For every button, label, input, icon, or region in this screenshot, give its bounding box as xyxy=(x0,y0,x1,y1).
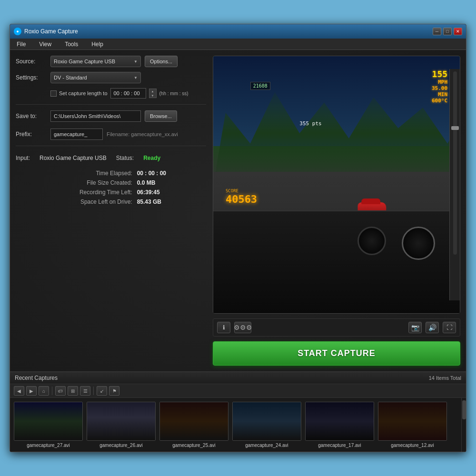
start-capture-button[interactable]: START CAPTURE xyxy=(213,341,460,366)
main-window: ● Roxio Game Capture ─ □ ✕ File View Too… xyxy=(10,24,466,452)
save-to-row: Save to: Browse... xyxy=(16,110,206,122)
thumbnail-item-3[interactable]: gamecapture_24.avi xyxy=(232,402,301,448)
title-bar-controls: ─ □ ✕ xyxy=(433,28,462,35)
thumbnail-label-1: gamecapture_26.avi xyxy=(99,443,143,448)
screenshot-button[interactable]: 📷 xyxy=(408,322,422,333)
menu-file[interactable]: File xyxy=(14,40,29,49)
time-elapsed-value: 00 : 00 : 00 xyxy=(137,170,206,177)
settings-dropdown-arrow: ▼ xyxy=(134,76,138,80)
divider-1 xyxy=(16,104,206,105)
action-button[interactable]: ⚑ xyxy=(109,386,119,396)
menu-tools[interactable]: Tools xyxy=(62,40,81,49)
hud-pts: 355 pts xyxy=(299,120,321,127)
thumbnail-image-4 xyxy=(305,402,374,441)
file-size-value: 0.0 MB xyxy=(137,179,206,186)
menu-help[interactable]: Help xyxy=(89,40,106,49)
filename-hint: Filename: gamecapture_xx.avi xyxy=(107,131,178,137)
divider-2 xyxy=(16,146,206,146)
thumb-scene-3 xyxy=(160,402,228,440)
save-path-input[interactable] xyxy=(50,110,141,122)
fullscreen-button[interactable]: ⛶ xyxy=(443,322,456,333)
score-value: 40563 xyxy=(226,193,257,205)
toolbar-separator-1 xyxy=(52,387,52,395)
preview-game: 155 MPH 35.00 MIN 600°C 21608 355 pts SC… xyxy=(213,56,460,313)
thumb-scene-6 xyxy=(378,402,446,440)
thumbnails-row: gamecapture_27.avi gamecapture_26.avi ga… xyxy=(10,398,461,452)
app-icon: ● xyxy=(14,28,21,35)
hud-temp-unit: MIN xyxy=(432,91,447,98)
thumbnail-label-3: gamecapture_24.avi xyxy=(245,443,288,448)
settings-dropdown[interactable]: DV - Standard ▼ xyxy=(50,72,141,83)
thumbnail-item-2[interactable]: gamecapture_25.avi xyxy=(159,402,228,448)
thumbnail-label-5: gamecapture_12.avi xyxy=(391,443,434,448)
preview-controls-bar: ℹ ⚙⚙⚙ 📷 🔊 ⛶ xyxy=(213,318,460,337)
capture-length-checkbox[interactable] xyxy=(50,90,57,97)
nav-back-button[interactable]: ◀ xyxy=(14,386,24,396)
thumbnail-item-4[interactable]: gamecapture_17.avi xyxy=(305,402,374,448)
vertical-scrollbar[interactable] xyxy=(461,398,466,452)
thumbnail-image-3 xyxy=(232,402,301,441)
preview-container: 155 MPH 35.00 MIN 600°C 21608 355 pts SC… xyxy=(213,56,460,314)
close-button[interactable]: ✕ xyxy=(454,28,462,35)
hud-speed: 155 xyxy=(432,69,447,79)
thumb-scene-2 xyxy=(87,402,155,440)
volume-slider[interactable] xyxy=(449,69,460,300)
browse-button[interactable]: Browse... xyxy=(145,110,177,122)
bottom-panel: Recent Captures 14 Items Total ◀ ▶ ⌂ 🏷 ⊞… xyxy=(10,371,466,452)
space-left-value: 85.43 GB xyxy=(137,198,206,205)
thumbnail-item-0[interactable]: gamecapture_27.avi xyxy=(14,402,83,448)
thumbnail-label-0: gamecapture_27.avi xyxy=(27,443,70,448)
captures-toolbar: ◀ ▶ ⌂ 🏷 ⊞ ☰ ↙ ⚑ xyxy=(10,384,466,398)
dashboard xyxy=(213,210,460,313)
capture-time-input[interactable]: 00 : 00 : 00 xyxy=(110,88,146,99)
toolbar-separator-2 xyxy=(93,387,94,395)
tag-button[interactable]: 🏷 xyxy=(55,386,66,396)
thumbnails-wrapper: gamecapture_27.avi gamecapture_26.avi ga… xyxy=(10,398,461,452)
recording-time-label: Recording Time Left: xyxy=(40,189,132,196)
source-dropdown-arrow: ▼ xyxy=(134,60,138,64)
input-status-row: Input: Roxio Game Capture USB Status: Re… xyxy=(16,155,206,161)
minimize-button[interactable]: ─ xyxy=(433,28,441,35)
space-left-label: Space Left on Drive: xyxy=(40,198,132,205)
thumbnails-area: gamecapture_27.avi gamecapture_26.avi ga… xyxy=(10,398,466,452)
restore-button[interactable]: □ xyxy=(443,28,452,35)
score-label: SCORE xyxy=(226,188,257,193)
info-button[interactable]: ℹ xyxy=(217,322,230,333)
import-button[interactable]: ↙ xyxy=(97,386,107,396)
list-view-button[interactable]: ☰ xyxy=(80,386,90,396)
thumbnail-item-1[interactable]: gamecapture_26.avi xyxy=(87,402,156,448)
hud-overlay: 155 MPH 35.00 MIN 600°C xyxy=(432,69,447,104)
recent-captures-title: Recent Captures xyxy=(15,375,58,381)
thumbnail-label-2: gamecapture_25.avi xyxy=(172,443,216,448)
prefix-row: Prefix: Filename: gamecapture_xx.avi xyxy=(16,129,206,140)
scrollbar-thumb[interactable] xyxy=(462,400,466,419)
main-content: Source: Roxio Game Capture USB ▼ Options… xyxy=(10,50,466,371)
window-title: Roxio Game Capture xyxy=(24,28,433,35)
thumbnail-item-5[interactable]: gamecapture_12.avi xyxy=(378,402,447,448)
menu-view[interactable]: View xyxy=(36,40,54,49)
spin-up[interactable]: ▲ xyxy=(149,89,156,93)
nav-forward-button[interactable]: ▶ xyxy=(26,386,37,396)
hud-score: SCORE 40563 xyxy=(226,188,257,205)
settings-control-button[interactable]: ⚙⚙⚙ xyxy=(234,322,251,333)
options-button[interactable]: Options... xyxy=(145,56,178,67)
source-dropdown[interactable]: Roxio Game Capture USB ▼ xyxy=(50,56,141,67)
thumbnail-image-0 xyxy=(14,402,83,441)
spin-down[interactable]: ▼ xyxy=(149,93,156,98)
rpm-gauge xyxy=(357,227,386,255)
audio-button[interactable]: 🔊 xyxy=(426,322,439,333)
grid-view-button[interactable]: ⊞ xyxy=(68,386,78,396)
hud-speed-unit: MPH xyxy=(432,79,447,85)
time-spinner[interactable]: ▲ ▼ xyxy=(149,89,157,98)
recording-time-value: 06:39:45 xyxy=(137,189,206,196)
prefix-input[interactable] xyxy=(50,129,103,140)
thumb-scene-1 xyxy=(14,402,82,440)
capture-length-row: Set capture length to 00 : 00 : 00 ▲ ▼ (… xyxy=(50,88,206,99)
time-format-hint: (hh : mm : ss) xyxy=(159,91,188,96)
title-bar: ● Roxio Game Capture ─ □ ✕ xyxy=(10,24,466,39)
source-label: Source: xyxy=(16,58,47,65)
menu-bar: File View Tools Help xyxy=(10,39,466,50)
vol-thumb[interactable] xyxy=(451,126,459,130)
thumb-scene-5 xyxy=(306,402,374,440)
home-button[interactable]: ⌂ xyxy=(39,386,49,396)
